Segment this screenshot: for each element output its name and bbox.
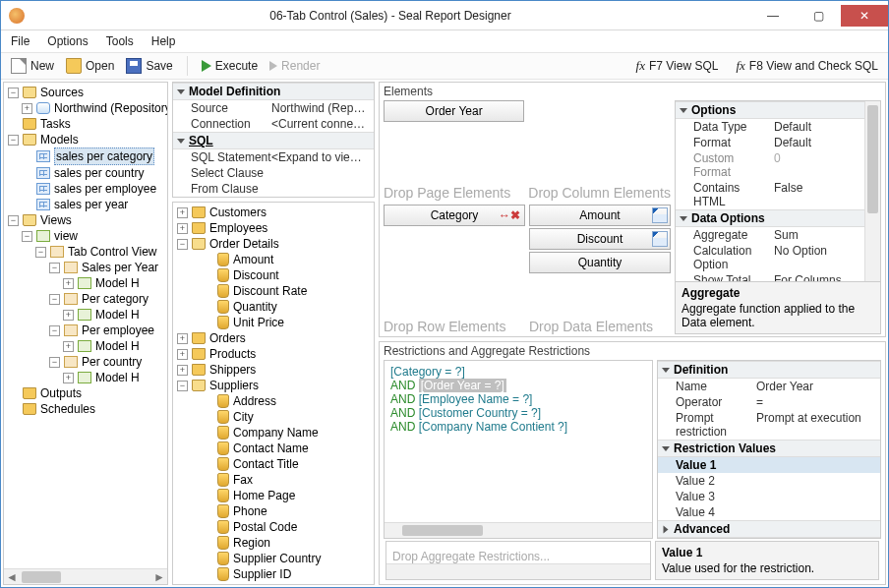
tree-node-model-h[interactable]: Model H xyxy=(95,275,140,291)
expander-icon[interactable]: + xyxy=(22,103,32,114)
remove-icon[interactable]: ↔✖ xyxy=(499,208,520,222)
tree-node-sources[interactable]: Sources xyxy=(40,85,84,100)
expander-icon[interactable]: − xyxy=(8,215,19,226)
prop-row[interactable]: Value 4 xyxy=(658,504,880,520)
section-definition[interactable]: Definition xyxy=(658,361,880,379)
horizontal-scrollbar[interactable] xyxy=(386,563,650,579)
new-button[interactable]: New xyxy=(7,56,58,76)
tree-node-column[interactable]: Postal Code xyxy=(233,519,297,535)
tree-node-column[interactable]: Address xyxy=(233,393,276,409)
tree-node-per-country[interactable]: Per country xyxy=(82,354,142,370)
expander-icon[interactable]: + xyxy=(177,207,188,218)
expander-icon[interactable]: + xyxy=(177,349,188,360)
horizontal-scrollbar[interactable] xyxy=(385,522,652,538)
tree-node-column[interactable]: Company Name xyxy=(233,425,319,441)
section-model-definition[interactable]: Model Definition xyxy=(173,83,374,100)
tree-node-column[interactable]: Discount xyxy=(233,267,279,283)
prop-row[interactable]: Custom Format0 xyxy=(676,150,880,180)
expander-icon[interactable]: − xyxy=(8,88,19,98)
tree-node-column[interactable]: Contact Title xyxy=(233,456,299,472)
tree-node-per-category[interactable]: Per category xyxy=(82,291,148,307)
tree-node-tasks[interactable]: Tasks xyxy=(40,116,71,132)
menu-file[interactable]: File xyxy=(11,34,30,48)
tree-node-tab-control[interactable]: Tab Control View xyxy=(68,244,157,260)
tree-node-column[interactable]: City xyxy=(233,409,254,425)
f7-view-sql-button[interactable]: fxF7 View SQL xyxy=(632,56,723,76)
prop-row[interactable]: Contains HTMLFalse xyxy=(676,180,880,209)
prop-row[interactable]: Calculation OptionNo Option xyxy=(676,243,880,272)
tree-node-models[interactable]: Models xyxy=(40,132,79,147)
tree-node-column[interactable]: Amount xyxy=(233,252,273,267)
render-button[interactable]: Render xyxy=(266,57,324,75)
prop-row[interactable]: NameOrder Year xyxy=(658,379,880,394)
tree-node-model-item[interactable]: sales per year xyxy=(54,197,128,212)
expander-icon[interactable]: + xyxy=(177,223,188,234)
expander-icon[interactable]: + xyxy=(63,278,74,289)
execute-button[interactable]: Execute xyxy=(198,57,262,75)
prop-row[interactable]: From Clause xyxy=(173,181,374,197)
element-chip-discount[interactable]: Discount xyxy=(529,228,671,250)
expander-icon[interactable]: − xyxy=(49,294,60,305)
tree-node-column[interactable]: Supplier Country xyxy=(233,551,321,566)
prop-row[interactable]: Data TypeDefault xyxy=(676,119,880,135)
tree-node-source-item[interactable]: Northwind (Repository) xyxy=(54,100,167,116)
maximize-button[interactable]: ▢ xyxy=(796,5,841,27)
menu-options[interactable]: Options xyxy=(47,34,88,48)
prop-row[interactable]: Value 1 xyxy=(658,457,880,473)
tree-node-table[interactable]: Shippers xyxy=(209,362,256,378)
section-data-options[interactable]: Data Options xyxy=(676,209,880,227)
tree-node-model-h[interactable]: Model H xyxy=(95,338,140,354)
expander-icon[interactable]: − xyxy=(49,357,60,368)
section-advanced[interactable]: Advanced xyxy=(658,520,880,538)
horizontal-scrollbar[interactable]: ◄► xyxy=(4,568,167,584)
prop-row[interactable]: SourceNorthwind (Repository) xyxy=(173,100,374,116)
tree-node-table[interactable]: Employees xyxy=(209,220,267,236)
tree-node-column[interactable]: Contact Name xyxy=(233,441,309,456)
prop-row[interactable]: Prompt restrictionPrompt at execution xyxy=(658,410,880,440)
minimize-button[interactable]: — xyxy=(750,5,796,27)
prop-row[interactable]: Select Clause xyxy=(173,165,374,181)
tree-node-per-employee[interactable]: Per employee xyxy=(82,323,154,338)
tree-node-table[interactable]: Orders xyxy=(209,330,246,346)
vertical-scrollbar[interactable] xyxy=(864,101,880,281)
expander-icon[interactable]: + xyxy=(177,365,188,376)
prop-row[interactable]: Value 3 xyxy=(658,489,880,504)
element-chip-category[interactable]: Category↔✖ xyxy=(384,205,525,226)
tree-node-column[interactable]: Supplier ID xyxy=(233,566,291,582)
navigator-tree[interactable]: −Sources +Northwind (Repository) Tasks −… xyxy=(4,83,167,568)
tree-node-column[interactable]: Discount Rate xyxy=(233,283,307,299)
tree-node-column[interactable]: Home Page xyxy=(233,488,295,503)
expander-icon[interactable]: − xyxy=(49,263,60,273)
expander-icon[interactable]: − xyxy=(177,381,188,391)
tree-node-sales-per[interactable]: Sales per Year xyxy=(82,260,158,275)
open-button[interactable]: Open xyxy=(62,56,118,76)
page-elements-zone[interactable]: Order Year Drop Page Elements xyxy=(384,100,524,201)
expander-icon[interactable]: + xyxy=(63,373,74,383)
row-elements-zone[interactable]: Category↔✖ Drop Row Elements xyxy=(384,205,525,334)
element-chip-order-year[interactable]: Order Year xyxy=(384,100,524,122)
expander-icon[interactable]: + xyxy=(177,333,188,344)
tree-node-column[interactable]: Region xyxy=(233,535,270,551)
prop-row[interactable]: Show TotalFor Columns xyxy=(676,272,880,281)
element-chip-quantity[interactable]: Quantity xyxy=(529,252,671,273)
section-restriction-values[interactable]: Restriction Values xyxy=(658,440,880,457)
expander-icon[interactable]: − xyxy=(22,231,32,242)
tree-node-table[interactable]: Suppliers xyxy=(209,378,259,393)
section-sql[interactable]: SQL xyxy=(173,132,374,149)
tree-node-model-item[interactable]: sales per employee xyxy=(54,181,156,197)
tree-node-column[interactable]: Unit Price xyxy=(233,315,284,330)
tree-node-column[interactable]: Quantity xyxy=(233,299,277,315)
f8-view-check-sql-button[interactable]: fxF8 View and Check SQL xyxy=(732,56,882,76)
tree-node-model-h[interactable]: Model H xyxy=(95,370,140,385)
element-chip-amount[interactable]: Amount xyxy=(529,205,671,226)
tree-node-views[interactable]: Views xyxy=(40,212,72,228)
aggregate-restrictions-zone[interactable]: Drop Aggregate Restrictions... xyxy=(385,541,651,580)
tree-node-model-item[interactable]: sales per country xyxy=(54,165,144,181)
tree-node-outputs[interactable]: Outputs xyxy=(40,385,82,401)
tree-node-column[interactable]: Fax xyxy=(233,472,253,488)
tree-node-table[interactable]: Order Details xyxy=(209,236,279,252)
expander-icon[interactable]: + xyxy=(63,341,74,352)
tree-node-schedules[interactable]: Schedules xyxy=(40,401,95,417)
tree-node-table[interactable]: Products xyxy=(209,346,256,362)
menu-help[interactable]: Help xyxy=(151,34,176,48)
